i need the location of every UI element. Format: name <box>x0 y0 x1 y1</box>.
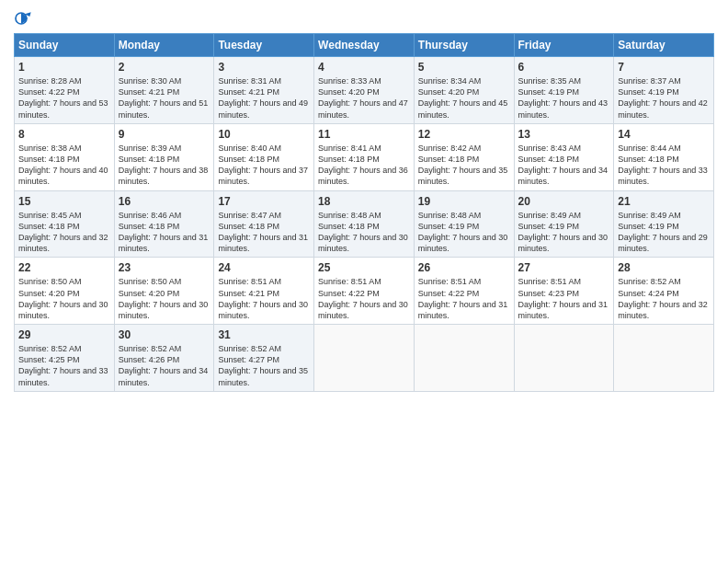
day-number: 31 <box>218 327 310 342</box>
sunset-text: Sunset: 4:18 PM <box>318 154 410 165</box>
sunset-text: Sunset: 4:18 PM <box>18 221 110 232</box>
day-number: 18 <box>318 194 410 209</box>
day-number: 27 <box>518 260 610 275</box>
daylight-text: Daylight: 7 hours and 30 minutes. <box>119 299 210 321</box>
day-number: 9 <box>119 127 210 142</box>
sunrise-text: Sunrise: 8:51 AM <box>318 276 410 287</box>
daylight-text: Daylight: 7 hours and 31 minutes. <box>518 299 610 321</box>
calendar-cell: 12Sunrise: 8:42 AMSunset: 4:18 PMDayligh… <box>414 123 514 190</box>
daylight-text: Daylight: 7 hours and 36 minutes. <box>318 165 410 187</box>
calendar-cell: 24Sunrise: 8:51 AMSunset: 4:21 PMDayligh… <box>214 258 314 325</box>
calendar-cell: 13Sunrise: 8:43 AMSunset: 4:18 PMDayligh… <box>514 123 614 190</box>
sunset-text: Sunset: 4:20 PM <box>119 288 210 299</box>
header <box>14 9 714 28</box>
sunset-text: Sunset: 4:22 PM <box>418 288 510 299</box>
calendar-cell: 1Sunrise: 8:28 AMSunset: 4:22 PMDaylight… <box>15 57 115 124</box>
sunrise-text: Sunrise: 8:49 AM <box>518 210 610 221</box>
sunset-text: Sunset: 4:24 PM <box>618 288 710 299</box>
calendar-cell <box>414 325 514 392</box>
daylight-text: Daylight: 7 hours and 31 minutes. <box>119 232 210 254</box>
day-number: 6 <box>518 60 610 75</box>
daylight-text: Daylight: 7 hours and 45 minutes. <box>418 98 510 120</box>
day-number: 8 <box>18 127 110 142</box>
calendar-cell: 2Sunrise: 8:30 AMSunset: 4:21 PMDaylight… <box>114 57 214 124</box>
header-row: SundayMondayTuesdayWednesdayThursdayFrid… <box>15 34 714 57</box>
calendar-cell: 8Sunrise: 8:38 AMSunset: 4:18 PMDaylight… <box>15 123 115 190</box>
sunset-text: Sunset: 4:21 PM <box>218 86 310 98</box>
calendar-cell: 23Sunrise: 8:50 AMSunset: 4:20 PMDayligh… <box>114 258 214 325</box>
daylight-text: Daylight: 7 hours and 30 minutes. <box>518 232 610 254</box>
header-cell-wednesday: Wednesday <box>314 34 415 57</box>
sunset-text: Sunset: 4:21 PM <box>218 288 310 299</box>
sunset-text: Sunset: 4:21 PM <box>119 86 210 98</box>
sunset-text: Sunset: 4:19 PM <box>618 221 710 232</box>
header-cell-sunday: Sunday <box>15 34 115 57</box>
day-number: 16 <box>119 194 210 209</box>
page: SundayMondayTuesdayWednesdayThursdayFrid… <box>0 0 728 563</box>
sunrise-text: Sunrise: 8:37 AM <box>618 75 710 86</box>
daylight-text: Daylight: 7 hours and 34 minutes. <box>119 365 210 387</box>
calendar-cell: 28Sunrise: 8:52 AMSunset: 4:24 PMDayligh… <box>614 258 714 325</box>
calendar-cell: 19Sunrise: 8:48 AMSunset: 4:19 PMDayligh… <box>414 190 514 258</box>
sunrise-text: Sunrise: 8:39 AM <box>119 143 210 154</box>
day-number: 21 <box>618 194 710 209</box>
calendar-cell <box>614 325 714 392</box>
calendar-cell: 15Sunrise: 8:45 AMSunset: 4:18 PMDayligh… <box>15 190 115 258</box>
daylight-text: Daylight: 7 hours and 31 minutes. <box>218 232 310 254</box>
day-number: 5 <box>418 60 510 75</box>
sunset-text: Sunset: 4:18 PM <box>418 154 510 165</box>
daylight-text: Daylight: 7 hours and 40 minutes. <box>18 165 110 187</box>
sunrise-text: Sunrise: 8:40 AM <box>218 143 310 154</box>
daylight-text: Daylight: 7 hours and 29 minutes. <box>618 232 710 254</box>
sunrise-text: Sunrise: 8:51 AM <box>218 276 310 287</box>
calendar-cell <box>314 325 415 392</box>
daylight-text: Daylight: 7 hours and 35 minutes. <box>418 165 510 187</box>
calendar-cell: 21Sunrise: 8:49 AMSunset: 4:19 PMDayligh… <box>614 190 714 258</box>
sunrise-text: Sunrise: 8:48 AM <box>318 210 410 221</box>
header-cell-tuesday: Tuesday <box>214 34 314 57</box>
daylight-text: Daylight: 7 hours and 30 minutes. <box>318 299 410 321</box>
calendar-cell: 6Sunrise: 8:35 AMSunset: 4:19 PMDaylight… <box>514 57 614 124</box>
sunset-text: Sunset: 4:18 PM <box>318 221 410 232</box>
daylight-text: Daylight: 7 hours and 33 minutes. <box>618 165 710 187</box>
day-number: 30 <box>119 327 210 342</box>
sunset-text: Sunset: 4:27 PM <box>218 354 310 365</box>
calendar-cell: 20Sunrise: 8:49 AMSunset: 4:19 PMDayligh… <box>514 190 614 258</box>
daylight-text: Daylight: 7 hours and 43 minutes. <box>518 98 610 120</box>
sunrise-text: Sunrise: 8:31 AM <box>218 75 310 86</box>
calendar-cell: 18Sunrise: 8:48 AMSunset: 4:18 PMDayligh… <box>314 190 415 258</box>
daylight-text: Daylight: 7 hours and 37 minutes. <box>218 165 310 187</box>
day-number: 4 <box>318 60 410 75</box>
sunset-text: Sunset: 4:18 PM <box>218 221 310 232</box>
calendar-cell: 25Sunrise: 8:51 AMSunset: 4:22 PMDayligh… <box>314 258 415 325</box>
day-number: 25 <box>318 260 410 275</box>
sunrise-text: Sunrise: 8:51 AM <box>518 276 610 287</box>
sunset-text: Sunset: 4:25 PM <box>18 354 110 365</box>
sunset-text: Sunset: 4:18 PM <box>518 154 610 165</box>
day-number: 1 <box>18 60 110 75</box>
sunset-text: Sunset: 4:23 PM <box>518 288 610 299</box>
calendar-cell: 3Sunrise: 8:31 AMSunset: 4:21 PMDaylight… <box>214 57 314 124</box>
calendar-cell: 14Sunrise: 8:44 AMSunset: 4:18 PMDayligh… <box>614 123 714 190</box>
sunset-text: Sunset: 4:22 PM <box>18 86 110 98</box>
calendar-cell: 10Sunrise: 8:40 AMSunset: 4:18 PMDayligh… <box>214 123 314 190</box>
sunrise-text: Sunrise: 8:47 AM <box>218 210 310 221</box>
calendar-body: 1Sunrise: 8:28 AMSunset: 4:22 PMDaylight… <box>15 57 714 392</box>
sunset-text: Sunset: 4:22 PM <box>318 288 410 299</box>
sunrise-text: Sunrise: 8:52 AM <box>18 343 110 354</box>
sunrise-text: Sunrise: 8:50 AM <box>18 276 110 287</box>
calendar-week-5: 29Sunrise: 8:52 AMSunset: 4:25 PMDayligh… <box>15 325 714 392</box>
daylight-text: Daylight: 7 hours and 49 minutes. <box>218 98 310 120</box>
calendar-week-4: 22Sunrise: 8:50 AMSunset: 4:20 PMDayligh… <box>15 258 714 325</box>
sunset-text: Sunset: 4:19 PM <box>518 86 610 98</box>
day-number: 20 <box>518 194 610 209</box>
day-number: 26 <box>418 260 510 275</box>
daylight-text: Daylight: 7 hours and 32 minutes. <box>618 299 710 321</box>
calendar-cell: 16Sunrise: 8:46 AMSunset: 4:18 PMDayligh… <box>114 190 214 258</box>
day-number: 11 <box>318 127 410 142</box>
day-number: 12 <box>418 127 510 142</box>
daylight-text: Daylight: 7 hours and 30 minutes. <box>318 232 410 254</box>
daylight-text: Daylight: 7 hours and 42 minutes. <box>618 98 710 120</box>
sunset-text: Sunset: 4:18 PM <box>18 154 110 165</box>
day-number: 10 <box>218 127 310 142</box>
